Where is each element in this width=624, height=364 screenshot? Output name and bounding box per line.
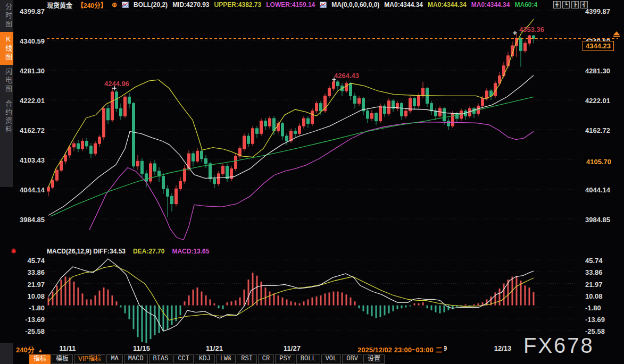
add-circle-icon[interactable]: ⊕ [112,1,117,9]
toolbar-button-MA[interactable]: MA [106,354,122,364]
y-axis-label: -25.58 [16,327,45,336]
current-price-box: 4344.23 [583,41,614,51]
macd-value-label: DEA:27.70 [133,248,164,256]
y-axis-label: -1.80 [585,304,622,312]
pan-crosshair-icon[interactable]: ╋ [553,1,561,9]
up-triangle-icon [613,31,620,35]
y-axis-label: -13.69 [16,316,45,324]
macd-histogram [48,273,534,343]
y-axis-label: 4399.87 [16,7,45,16]
dropdown-arrow-icon: ▲ [38,348,43,353]
live-indicator-icon: ✺ [11,247,16,255]
date-tick-label: 11/11 [59,344,76,352]
triangle-base [613,36,620,37]
window-controls: ╋┗┣┫ [553,1,588,9]
date-tick-label: 11/15 [133,344,150,352]
main-candlestick-chart[interactable]: 4244.964264.434353.36 [47,10,624,246]
indicator-value-label: BOLL(20,2) [134,1,168,9]
macd-gridlines [47,260,581,331]
y-axis-label: 4222.01 [16,97,45,105]
toolbar-button-BIAS[interactable]: BIAS [149,354,173,364]
macd-value-label: MACD(26,12,9) DIFF:34.53 [47,248,126,256]
scale-left-axis-icon[interactable]: ┗ [562,1,570,9]
indicator-value-label: MID:4270.93 [172,1,209,9]
y-axis-label: 4281.30 [585,67,622,75]
sidebar-item-1[interactable]: K线图 [0,32,13,65]
date-tick-label: 11/21 [206,344,223,352]
toolbar-button-LW&[interactable]: LW& [216,354,236,364]
y-axis-label: 10.08 [16,292,45,301]
y-axis-label: 3984.85 [16,216,45,224]
watermark: FX678 [523,334,594,358]
y-axis-label: 10.08 [585,292,622,301]
toolbar-button-OBV[interactable]: OBV [342,354,362,364]
toolbar-button-MACD[interactable]: MACD [124,354,148,364]
toolbar-button-BOLL[interactable]: BOLL [296,354,320,364]
y-axis-label: 33.86 [16,268,45,277]
toolbar-button-CR[interactable]: CR [258,354,274,364]
y-axis-label: 4103.43 [16,156,45,165]
y-axis-label: 4399.87 [585,7,622,16]
y-axis-label: 45.74 [16,257,45,265]
crosshair-tooltip: 2025/12/02 23:00~03:00 二 [355,344,444,354]
peak-price-label: 4264.43 [334,72,359,80]
ma-chart-icon[interactable] [320,2,327,8]
y-axis-label: 33.86 [585,268,622,277]
y-axis-label: 4222.01 [585,97,622,105]
indicator-value-label: MA60:4 [514,1,537,9]
indicator-value-label: MA(0,0,0,60,0,0) [331,1,379,9]
y-axis-label: 45.74 [585,257,622,265]
price-marker-label: 4105.70 [584,157,613,166]
boll-chart-icon[interactable] [122,2,129,8]
date-tick-label: 11/27 [284,344,301,352]
toolbar-button-RSI[interactable]: RSI [237,354,257,364]
macd-line [48,259,534,331]
toolbar-button-设置[interactable]: 设置 [363,354,385,364]
y-axis-label: 4162.72 [585,126,622,135]
sidebar: 分时图K线图闪电图合约资料 [0,0,13,187]
trading-chart-app: 分时图K线图闪电图合约资料 现货黄金【240分】⊕BOLL(20,2)MID:4… [0,0,624,364]
period-selector[interactable]: 240分▲ [16,344,43,354]
scale-right-axis-icon[interactable]: ┣ [571,1,579,9]
toolbar-button-模板[interactable]: 模板 [52,354,73,364]
toolbar-button-PSY[interactable]: PSY [275,354,295,364]
scroll-to-latest-icon[interactable] [613,31,620,37]
indicator-toolbar: 指标模板VIP指标MAMACDBIASCCIKDJLW&RSICRPSYBOLL… [29,354,385,364]
toolbar-button-CCI[interactable]: CCI [173,354,194,364]
macd-indicator-labels: MACD(26,12,9) DIFF:34.53DEA:27.70MACD:13… [47,248,209,256]
peak-annotations: 4244.964264.434353.36 [104,26,544,90]
indicator-value-label: 现货黄金 [47,1,72,10]
toolbar-button-KDJ[interactable]: KDJ [195,354,215,364]
sidebar-item-0[interactable]: 分时图 [0,0,13,32]
indicator-value-label: 【240分】 [77,1,107,10]
macd-value-label: MACD:13.65 [172,248,209,256]
indicator-value-label: LOWER:4159.14 [266,1,315,9]
y-axis-label: -13.69 [585,316,622,324]
y-axis-label: 4281.30 [16,67,45,75]
indicator-value-label: MA0:4344.34 [471,1,510,9]
macd-line [48,266,534,320]
y-axis-label: 4340.59 [16,37,45,46]
period-label: 240分 [16,346,35,354]
indicator-value-label: MA0:4344.34 [428,1,467,9]
y-axis-label: 4162.72 [16,126,45,135]
toolbar-button-指标[interactable]: 指标 [29,354,51,364]
y-axis-label: 21.97 [585,281,622,289]
toolbar-button-VIP指标[interactable]: VIP指标 [74,354,105,364]
sidebar-item-2[interactable]: 闪电图 [0,65,13,97]
y-axis-label: 4044.14 [16,186,45,194]
indicator-topbar: 现货黄金【240分】⊕BOLL(20,2)MID:4270.93UPPER:43… [47,0,537,10]
indicator-value-label: MA0:4344.34 [384,1,423,9]
toolbar-button-VOL[interactable]: VOL [321,354,342,364]
y-axis-label: -1.80 [16,304,45,312]
peak-price-label: 4244.96 [104,80,129,88]
date-tick-label: 12/13 [494,344,512,352]
y-axis-label: 3984.85 [585,216,622,224]
indicator-value-label: UPPER:4382.73 [214,1,262,9]
y-axis-label: 4044.14 [585,186,622,194]
sidebar-item-3[interactable]: 合约资料 [0,97,13,137]
peak-price-label: 4353.36 [519,26,544,33]
candles [47,34,535,217]
macd-chart[interactable] [47,258,581,344]
y-axis-label: 21.97 [16,281,45,289]
